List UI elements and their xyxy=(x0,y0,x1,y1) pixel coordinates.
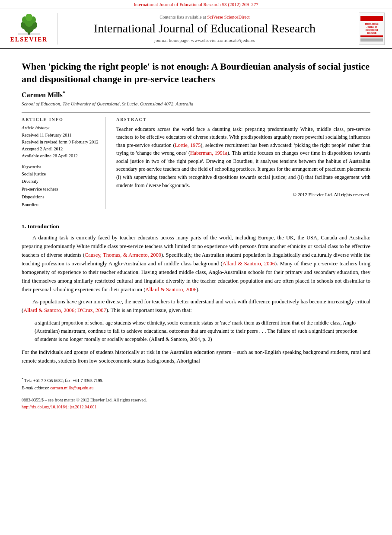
journal-citation: International Journal of Educational Res… xyxy=(134,2,258,7)
author-footnote-marker: * xyxy=(63,89,66,96)
keywords-label: Keywords: xyxy=(22,164,99,169)
elsevier-logo-area: ELSEVIER xyxy=(5,14,53,44)
journal-homepage: journal homepage: www.elsevier.com/locat… xyxy=(154,38,255,43)
author-affiliation: School of Education, The University of Q… xyxy=(22,101,370,106)
journal-header: ELSEVIER Contents lists available at Sci… xyxy=(0,9,392,49)
copyright-line: © 2012 Elsevier Ltd. All rights reserved… xyxy=(116,192,370,197)
keywords-list: Social justice Diversity Pre-service tea… xyxy=(22,170,99,209)
footnote-marker: * xyxy=(22,377,23,381)
elsevier-logo: ELSEVIER xyxy=(10,14,48,44)
footer-bottom: 0883-0355/$ – see front matter © 2012 El… xyxy=(22,397,370,411)
section1-para3: For the individuals and groups of studen… xyxy=(22,348,370,365)
abstract-column: ABSTRACT Teacher educators across the wo… xyxy=(116,117,370,209)
thumb-title: InternationalJournal ofEducationalResear… xyxy=(365,22,378,35)
section1-body-after: For the individuals and groups of studen… xyxy=(22,348,370,365)
ref-causey[interactable]: Causey, Thomas, & Armento, 2000 xyxy=(85,252,161,258)
article-title: When 'picking the right people' is not e… xyxy=(22,61,370,85)
footnote-email[interactable]: carmen.mills@uq.edu.au xyxy=(50,385,93,390)
received-date: Received 11 February 2011 xyxy=(22,132,99,139)
history-label: Article history: xyxy=(22,125,99,130)
header-divider xyxy=(22,112,370,113)
article-info-header: ARTICLE INFO xyxy=(22,117,99,122)
contents-line: Contents lists available at SciVerse Sci… xyxy=(159,15,249,19)
section1-para2: As populations have grown more diverse, … xyxy=(22,297,370,315)
ref-allard1[interactable]: Allard & Santoro, 2006 xyxy=(223,261,275,267)
keyword-5: Bourdieu xyxy=(22,201,99,209)
available-online-date: Available online 26 April 2012 xyxy=(22,153,99,159)
top-bar: International Journal of Educational Res… xyxy=(0,0,392,9)
info-abstract-section: ARTICLE INFO Article history: Received 1… xyxy=(22,117,370,209)
abstract-divider xyxy=(22,215,370,215)
elsevier-tree-icon xyxy=(14,14,44,35)
author-name: Carmen Mills* xyxy=(22,89,370,99)
footnote-email-label: E-mail address: xyxy=(22,385,49,390)
accepted-date: Accepted 2 April 2012 xyxy=(22,146,99,153)
section1-title: 1. Introduction xyxy=(22,223,370,230)
footnote-tel: Tel.: +61 7 3365 6632; fax: +61 7 3365 7… xyxy=(25,379,104,383)
ref-allard3[interactable]: Allard & Santoro, 2006; D'Cruz, 2007 xyxy=(23,307,106,313)
sciverse-link[interactable]: SciVerse ScienceDirect xyxy=(207,15,249,19)
elsevier-wordmark: ELSEVIER xyxy=(10,36,48,43)
journal-header-center: Contents lists available at SciVerse Sci… xyxy=(57,13,352,45)
journal-thumbnail-area: InternationalJournal ofEducationalResear… xyxy=(357,13,387,45)
blockquote: a significant proportion of school-age s… xyxy=(35,319,357,344)
abstract-text: Teacher educators across the world face … xyxy=(116,125,370,190)
journal-thumbnail: InternationalJournal ofEducationalResear… xyxy=(359,13,385,45)
footer-info: 0883-0355/$ – see front matter © 2012 El… xyxy=(22,397,147,411)
footer-issn: 0883-0355/$ – see front matter © 2012 El… xyxy=(22,397,147,404)
received-revised-date: Received in revised form 9 February 2012 xyxy=(22,139,99,146)
footnote: * Tel.: +61 7 3365 6632; fax: +61 7 3365… xyxy=(22,376,370,391)
ref-allard2[interactable]: Allard & Santoro, 2006 xyxy=(145,287,196,293)
keyword-2: Diversity xyxy=(22,178,99,185)
ref-lortie[interactable]: Lortie, 1975 xyxy=(175,142,201,148)
ref-haberman[interactable]: Haberman, 1991a xyxy=(190,150,227,156)
abstract-header: ABSTRACT xyxy=(116,117,370,122)
keyword-4: Dispositions xyxy=(22,193,99,201)
article-info-column: ARTICLE INFO Article history: Received 1… xyxy=(22,117,106,209)
section1-para1: A daunting task is currently faced by te… xyxy=(22,233,370,294)
footer-doi: http://dx.doi.org/10.1016/j.ijer.2012.04… xyxy=(22,404,147,411)
doi-link[interactable]: http://dx.doi.org/10.1016/j.ijer.2012.04… xyxy=(22,404,96,409)
footer-divider xyxy=(22,374,370,374)
keyword-1: Social justice xyxy=(22,170,99,178)
section1-body: A daunting task is currently faced by te… xyxy=(22,233,370,315)
journal-title: International Journal of Educational Res… xyxy=(94,21,316,36)
ref-allard4[interactable]: Allard & Santoro, 2004 xyxy=(151,336,200,342)
keyword-3: Pre-service teachers xyxy=(22,185,99,193)
main-content: When 'picking the right people' is not e… xyxy=(0,49,392,419)
